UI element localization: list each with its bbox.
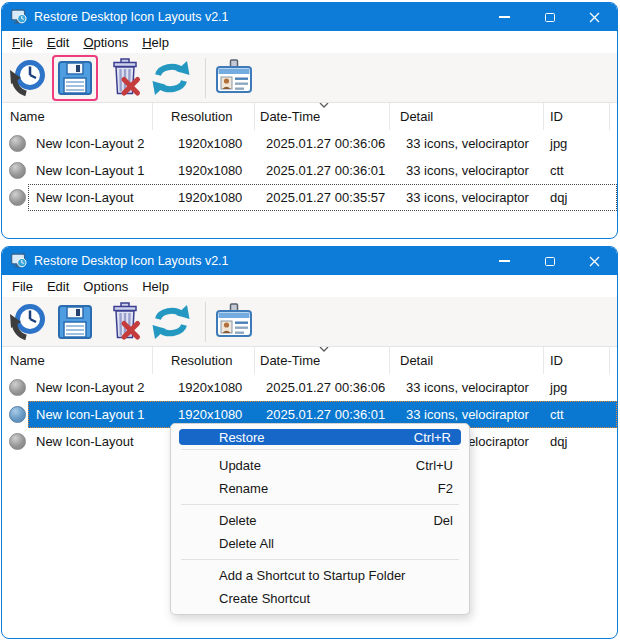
minimize-button[interactable] (482, 247, 527, 275)
row-icon-cell (2, 379, 28, 396)
cell-detail: 33 icons, velociraptor (390, 130, 544, 157)
context-item-delete-all[interactable]: Delete All (171, 532, 469, 555)
restore-layout-button[interactable] (9, 302, 49, 342)
menu-options[interactable]: Options (76, 33, 135, 52)
refresh-button[interactable] (151, 302, 191, 342)
column-label: ID (550, 109, 563, 124)
menu-file[interactable]: File (5, 33, 40, 52)
sphere-icon-selected (9, 406, 26, 423)
row-icon-cell (2, 406, 28, 423)
close-button[interactable] (572, 247, 617, 275)
refresh-icon (151, 302, 191, 342)
cell-datetime: 2025.01.27 00:35:57 (255, 184, 390, 211)
minimize-icon (499, 16, 510, 17)
column-header-resolution[interactable]: Resolution (153, 103, 255, 130)
toolbar (2, 297, 617, 347)
column-label: Date-Time (260, 353, 320, 368)
save-layout-button[interactable] (55, 302, 95, 342)
about-button[interactable] (214, 302, 254, 342)
maximize-icon (545, 257, 555, 266)
row-content[interactable]: New Icon-Layout 2 1920x1080 2025.01.27 0… (28, 130, 617, 157)
close-icon (589, 12, 600, 23)
delete-trash-icon (105, 58, 145, 98)
row-icon-cell (2, 162, 28, 179)
column-header-datetime[interactable]: Date-Time (255, 103, 390, 130)
context-item-delete[interactable]: Delete Del (171, 509, 469, 532)
row-content[interactable]: New Icon-Layout 2 1920x1080 2025.01.27 0… (28, 374, 617, 401)
restore-clock-icon (9, 58, 49, 98)
row-icon-cell (2, 433, 28, 450)
minimize-icon (499, 260, 510, 261)
layout-row[interactable]: New Icon-Layout 2 1920x1080 2025.01.27 0… (2, 374, 617, 401)
column-header-detail[interactable]: Detail (390, 103, 544, 130)
menu-file[interactable]: File (5, 277, 40, 296)
titlebar[interactable]: Restore Desktop Icon Layouts v2.1 (2, 247, 617, 275)
close-icon (589, 256, 600, 267)
save-floppy-icon (55, 58, 95, 98)
about-button[interactable] (214, 58, 254, 98)
cell-name: New Icon-Layout (28, 184, 153, 211)
layout-row[interactable]: New Icon-Layout 2 1920x1080 2025.01.27 0… (2, 130, 617, 157)
titlebar[interactable]: Restore Desktop Icon Layouts v2.1 (2, 3, 617, 31)
column-label: Detail (400, 109, 433, 124)
menu-edit[interactable]: Edit (40, 277, 76, 296)
column-header-name[interactable]: Name (2, 103, 153, 130)
row-content[interactable]: New Icon-Layout 1 1920x1080 2025.01.27 0… (28, 157, 617, 184)
menu-options[interactable]: Options (76, 277, 135, 296)
context-item-rename[interactable]: Rename F2 (171, 477, 469, 500)
maximize-button[interactable] (527, 3, 572, 31)
id-card-icon (214, 58, 254, 98)
column-header-datetime[interactable]: Date-Time (255, 347, 390, 374)
cell-resolution: 1920x1080 (153, 130, 255, 157)
row-content-focused[interactable]: New Icon-Layout 1920x1080 2025.01.27 00:… (28, 184, 617, 211)
context-item-update[interactable]: Update Ctrl+U (171, 454, 469, 477)
save-button-highlight (52, 299, 98, 345)
column-header-id[interactable]: ID (544, 103, 610, 130)
window-title: Restore Desktop Icon Layouts v2.1 (34, 10, 229, 24)
delete-layout-button[interactable] (105, 302, 145, 342)
cell-name: New Icon-Layout 2 (28, 130, 153, 157)
context-item-restore[interactable]: Restore Ctrl+R (179, 429, 461, 445)
app-icon (11, 9, 27, 25)
cell-datetime: 2025.01.27 00:36:06 (255, 130, 390, 157)
toolbar (2, 53, 617, 103)
context-item-create-shortcut[interactable]: Create Shortcut (171, 587, 469, 610)
close-button[interactable] (572, 3, 617, 31)
cell-resolution: 1920x1080 (153, 374, 255, 401)
context-item-label: Create Shortcut (219, 591, 310, 606)
maximize-button[interactable] (527, 247, 572, 275)
cell-id: dqj (544, 428, 617, 455)
refresh-button[interactable] (151, 58, 191, 98)
menu-separator (181, 504, 459, 505)
menu-help[interactable]: Help (135, 277, 176, 296)
menu-separator (181, 449, 459, 450)
restore-layout-button[interactable] (9, 58, 49, 98)
minimize-button[interactable] (482, 3, 527, 31)
column-header-detail[interactable]: Detail (390, 347, 544, 374)
save-layout-button[interactable] (55, 58, 95, 98)
column-header-filler (610, 103, 617, 130)
cell-resolution: 1920x1080 (153, 184, 255, 211)
context-item-label: Rename (219, 481, 268, 496)
column-label: Resolution (171, 109, 232, 124)
column-header-name[interactable]: Name (2, 347, 153, 374)
context-menu: Restore Ctrl+R Update Ctrl+U Rename F2 D… (170, 423, 470, 615)
context-item-add-shortcut-startup[interactable]: Add a Shortcut to Startup Folder (171, 564, 469, 587)
sphere-icon (9, 135, 26, 152)
context-item-label: Restore (219, 430, 265, 445)
delete-layout-button[interactable] (105, 58, 145, 98)
menu-edit[interactable]: Edit (40, 33, 76, 52)
window-controls (482, 247, 617, 275)
column-header-resolution[interactable]: Resolution (153, 347, 255, 374)
layout-row[interactable]: New Icon-Layout 1920x1080 2025.01.27 00:… (2, 184, 617, 211)
list-header: Name Resolution Date-Time Detail ID (2, 347, 617, 374)
menu-help[interactable]: Help (135, 33, 176, 52)
app-icon (11, 253, 27, 269)
column-header-id[interactable]: ID (544, 347, 610, 374)
window-title: Restore Desktop Icon Layouts v2.1 (34, 254, 229, 268)
cell-detail: 33 icons, velociraptor (390, 184, 544, 211)
sphere-icon (9, 162, 26, 179)
layout-row[interactable]: New Icon-Layout 1 1920x1080 2025.01.27 0… (2, 157, 617, 184)
cell-datetime: 2025.01.27 00:36:06 (255, 374, 390, 401)
toolbar-separator (205, 302, 206, 342)
